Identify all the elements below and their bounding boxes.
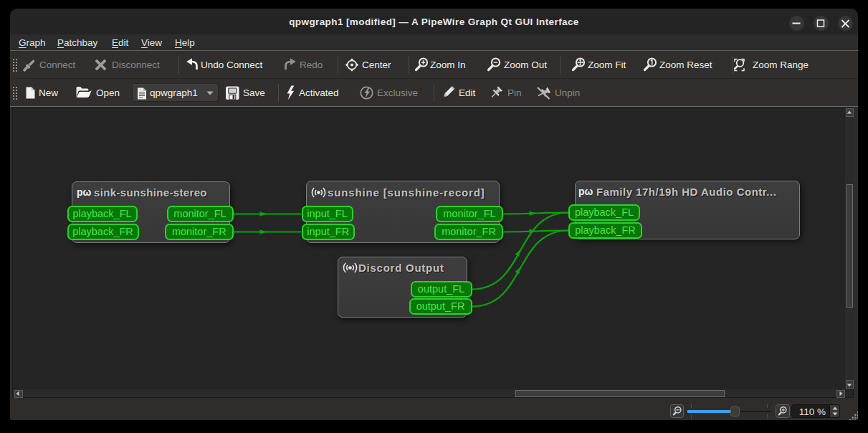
- svg-text:pω: pω: [77, 186, 92, 198]
- svg-text:pω: pω: [578, 186, 593, 197]
